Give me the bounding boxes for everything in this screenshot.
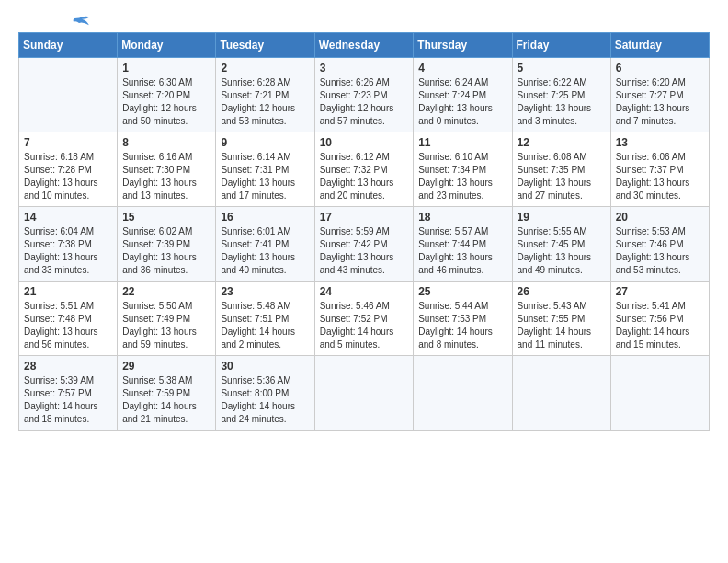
calendar-table: SundayMondayTuesdayWednesdayThursdayFrid…	[18, 32, 710, 431]
calendar-cell: 25Sunrise: 5:44 AM Sunset: 7:53 PM Dayli…	[414, 282, 512, 356]
calendar-cell	[512, 356, 610, 431]
day-number: 19	[518, 211, 606, 224]
day-number: 14	[24, 211, 112, 224]
day-info: Sunrise: 6:26 AM Sunset: 7:23 PM Dayligh…	[320, 76, 409, 128]
calendar-header-row: SundayMondayTuesdayWednesdayThursdayFrid…	[19, 33, 710, 58]
calendar-cell: 18Sunrise: 5:57 AM Sunset: 7:44 PM Dayli…	[414, 207, 512, 282]
day-info: Sunrise: 5:57 AM Sunset: 7:44 PM Dayligh…	[418, 225, 506, 277]
day-number: 7	[24, 136, 112, 149]
day-info: Sunrise: 5:36 AM Sunset: 8:00 PM Dayligh…	[221, 374, 309, 426]
day-info: Sunrise: 6:10 AM Sunset: 7:34 PM Dayligh…	[418, 151, 506, 202]
day-number: 25	[418, 285, 506, 298]
calendar-cell: 10Sunrise: 6:12 AM Sunset: 7:32 PM Dayli…	[314, 132, 414, 207]
calendar-cell: 6Sunrise: 6:20 AM Sunset: 7:27 PM Daylig…	[610, 58, 709, 132]
day-number: 17	[320, 211, 409, 224]
calendar-cell: 11Sunrise: 6:10 AM Sunset: 7:34 PM Dayli…	[414, 132, 512, 207]
day-info: Sunrise: 5:50 AM Sunset: 7:49 PM Dayligh…	[122, 300, 210, 351]
day-number: 22	[122, 285, 210, 298]
calendar-cell: 21Sunrise: 5:51 AM Sunset: 7:48 PM Dayli…	[19, 282, 118, 356]
header-thursday: Thursday	[414, 33, 512, 58]
page-header	[18, 18, 710, 23]
calendar-cell: 23Sunrise: 5:48 AM Sunset: 7:51 PM Dayli…	[216, 282, 314, 356]
calendar-cell: 4Sunrise: 6:24 AM Sunset: 7:24 PM Daylig…	[414, 58, 512, 132]
day-number: 28	[24, 360, 112, 373]
day-info: Sunrise: 5:38 AM Sunset: 7:59 PM Dayligh…	[122, 374, 210, 426]
day-number: 11	[418, 136, 506, 149]
calendar-cell: 19Sunrise: 5:55 AM Sunset: 7:45 PM Dayli…	[512, 207, 610, 282]
calendar-cell: 7Sunrise: 6:18 AM Sunset: 7:28 PM Daylig…	[19, 132, 118, 207]
day-number: 8	[122, 136, 210, 149]
day-number: 4	[418, 62, 506, 75]
header-wednesday: Wednesday	[314, 33, 414, 58]
day-info: Sunrise: 6:01 AM Sunset: 7:41 PM Dayligh…	[221, 225, 309, 277]
day-number: 23	[221, 285, 309, 298]
header-friday: Friday	[512, 33, 610, 58]
day-info: Sunrise: 5:39 AM Sunset: 7:57 PM Dayligh…	[24, 374, 112, 426]
day-number: 27	[616, 285, 704, 298]
day-info: Sunrise: 5:41 AM Sunset: 7:56 PM Dayligh…	[616, 300, 704, 351]
calendar-cell: 30Sunrise: 5:36 AM Sunset: 8:00 PM Dayli…	[216, 356, 314, 431]
calendar-cell	[414, 356, 512, 431]
day-info: Sunrise: 6:04 AM Sunset: 7:38 PM Dayligh…	[24, 225, 112, 277]
calendar-cell: 5Sunrise: 6:22 AM Sunset: 7:25 PM Daylig…	[512, 58, 610, 132]
calendar-cell	[610, 356, 709, 431]
calendar-cell: 1Sunrise: 6:30 AM Sunset: 7:20 PM Daylig…	[118, 58, 216, 132]
calendar-cell: 20Sunrise: 5:53 AM Sunset: 7:46 PM Dayli…	[610, 207, 709, 282]
day-info: Sunrise: 6:18 AM Sunset: 7:28 PM Dayligh…	[24, 151, 112, 202]
calendar-cell: 2Sunrise: 6:28 AM Sunset: 7:21 PM Daylig…	[216, 58, 314, 132]
day-info: Sunrise: 6:22 AM Sunset: 7:25 PM Dayligh…	[518, 76, 606, 128]
day-info: Sunrise: 5:55 AM Sunset: 7:45 PM Dayligh…	[518, 225, 606, 277]
day-number: 18	[418, 211, 506, 224]
day-info: Sunrise: 6:14 AM Sunset: 7:31 PM Dayligh…	[221, 151, 309, 202]
calendar-week-row: 21Sunrise: 5:51 AM Sunset: 7:48 PM Dayli…	[19, 282, 710, 356]
day-number: 15	[122, 211, 210, 224]
calendar-week-row: 14Sunrise: 6:04 AM Sunset: 7:38 PM Dayli…	[19, 207, 710, 282]
day-number: 10	[320, 136, 409, 149]
day-number: 6	[616, 62, 704, 75]
logo	[18, 18, 90, 23]
calendar-cell: 27Sunrise: 5:41 AM Sunset: 7:56 PM Dayli…	[610, 282, 709, 356]
day-number: 12	[518, 136, 606, 149]
day-number: 20	[616, 211, 704, 224]
day-number: 5	[518, 62, 606, 75]
calendar-cell: 14Sunrise: 6:04 AM Sunset: 7:38 PM Dayli…	[19, 207, 118, 282]
calendar-cell: 22Sunrise: 5:50 AM Sunset: 7:49 PM Dayli…	[118, 282, 216, 356]
day-number: 16	[221, 211, 309, 224]
day-info: Sunrise: 5:59 AM Sunset: 7:42 PM Dayligh…	[320, 225, 409, 277]
day-number: 29	[122, 360, 210, 373]
day-info: Sunrise: 5:46 AM Sunset: 7:52 PM Dayligh…	[320, 300, 409, 351]
logo-bird-icon	[63, 14, 90, 30]
day-number: 13	[616, 136, 704, 149]
day-number: 21	[24, 285, 112, 298]
day-number: 26	[518, 285, 606, 298]
day-info: Sunrise: 6:12 AM Sunset: 7:32 PM Dayligh…	[320, 151, 409, 202]
calendar-cell: 8Sunrise: 6:16 AM Sunset: 7:30 PM Daylig…	[118, 132, 216, 207]
day-info: Sunrise: 5:43 AM Sunset: 7:55 PM Dayligh…	[518, 300, 606, 351]
day-info: Sunrise: 6:30 AM Sunset: 7:20 PM Dayligh…	[122, 76, 210, 128]
day-info: Sunrise: 5:51 AM Sunset: 7:48 PM Dayligh…	[24, 300, 112, 351]
day-info: Sunrise: 6:02 AM Sunset: 7:39 PM Dayligh…	[122, 225, 210, 277]
day-info: Sunrise: 6:06 AM Sunset: 7:37 PM Dayligh…	[616, 151, 704, 202]
header-saturday: Saturday	[610, 33, 709, 58]
calendar-cell: 29Sunrise: 5:38 AM Sunset: 7:59 PM Dayli…	[118, 356, 216, 431]
header-tuesday: Tuesday	[216, 33, 314, 58]
calendar-cell: 9Sunrise: 6:14 AM Sunset: 7:31 PM Daylig…	[216, 132, 314, 207]
calendar-cell: 26Sunrise: 5:43 AM Sunset: 7:55 PM Dayli…	[512, 282, 610, 356]
calendar-cell: 13Sunrise: 6:06 AM Sunset: 7:37 PM Dayli…	[610, 132, 709, 207]
day-info: Sunrise: 5:44 AM Sunset: 7:53 PM Dayligh…	[418, 300, 506, 351]
day-info: Sunrise: 6:28 AM Sunset: 7:21 PM Dayligh…	[221, 76, 309, 128]
day-number: 9	[221, 136, 309, 149]
header-sunday: Sunday	[19, 33, 118, 58]
calendar-cell: 3Sunrise: 6:26 AM Sunset: 7:23 PM Daylig…	[314, 58, 414, 132]
day-number: 1	[122, 62, 210, 75]
calendar-cell: 17Sunrise: 5:59 AM Sunset: 7:42 PM Dayli…	[314, 207, 414, 282]
calendar-cell	[314, 356, 414, 431]
calendar-cell: 16Sunrise: 6:01 AM Sunset: 7:41 PM Dayli…	[216, 207, 314, 282]
day-info: Sunrise: 6:20 AM Sunset: 7:27 PM Dayligh…	[616, 76, 704, 128]
calendar-cell: 12Sunrise: 6:08 AM Sunset: 7:35 PM Dayli…	[512, 132, 610, 207]
day-info: Sunrise: 6:08 AM Sunset: 7:35 PM Dayligh…	[518, 151, 606, 202]
calendar-cell: 15Sunrise: 6:02 AM Sunset: 7:39 PM Dayli…	[118, 207, 216, 282]
header-monday: Monday	[118, 33, 216, 58]
day-number: 24	[320, 285, 409, 298]
calendar-cell	[19, 58, 118, 132]
